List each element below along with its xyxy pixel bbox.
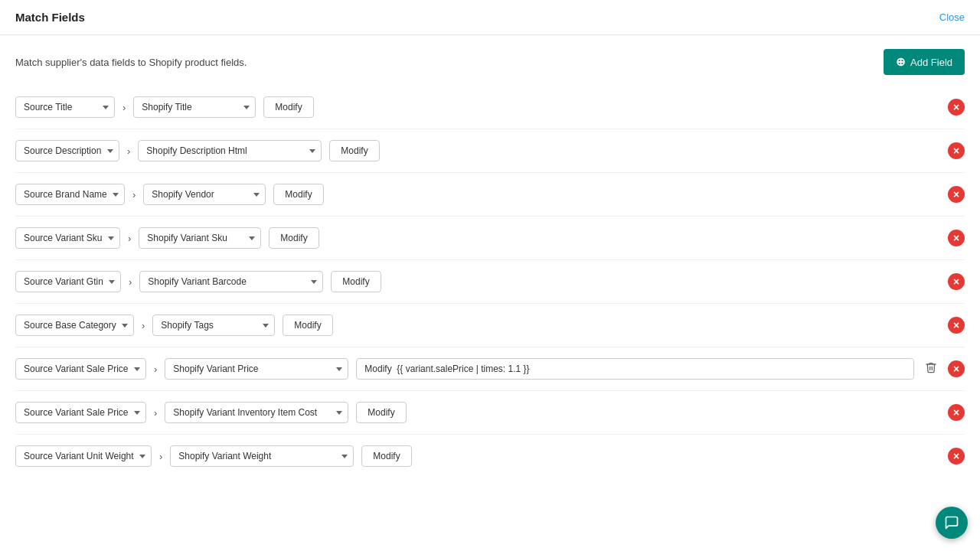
field-row: Source Variant Sale Price›Shopify Varian… bbox=[15, 347, 965, 391]
target-field-select[interactable]: Shopify Variant Sku bbox=[139, 227, 261, 249]
arrow-icon: › bbox=[122, 102, 126, 113]
field-row: Source Variant Sale Price›Shopify Varian… bbox=[15, 391, 965, 435]
modify-text-input[interactable] bbox=[356, 358, 914, 380]
remove-row-button[interactable]: × bbox=[948, 186, 965, 203]
arrow-icon: › bbox=[128, 233, 131, 244]
target-field-select[interactable]: Shopify Title bbox=[133, 96, 256, 118]
remove-row-button[interactable]: × bbox=[948, 230, 965, 246]
arrow-icon: › bbox=[154, 364, 157, 375]
target-field-select[interactable]: Shopify Variant Barcode bbox=[139, 271, 323, 292]
close-link[interactable]: Close bbox=[939, 11, 965, 23]
source-field-select[interactable]: Source Variant Sale Price bbox=[15, 402, 146, 423]
remove-row-button[interactable]: × bbox=[948, 404, 965, 421]
remove-row-button[interactable]: × bbox=[948, 360, 965, 377]
modify-button[interactable]: Modify bbox=[273, 184, 323, 205]
remove-row-button[interactable]: × bbox=[948, 273, 965, 290]
page-header: Match Fields Close bbox=[0, 0, 980, 35]
target-field-select[interactable]: Shopify Vendor bbox=[143, 184, 266, 205]
source-field-select[interactable]: Source Variant Sku bbox=[15, 227, 120, 249]
trash-button[interactable] bbox=[922, 358, 940, 380]
remove-row-button[interactable]: × bbox=[948, 448, 965, 465]
remove-row-button[interactable]: × bbox=[948, 142, 965, 159]
modify-button[interactable]: Modify bbox=[263, 96, 313, 118]
field-row: Source Variant Unit Weight›Shopify Varia… bbox=[15, 435, 965, 478]
toolbar: Match supplier's data fields to Shopify … bbox=[0, 35, 980, 86]
field-row: Source Title›Shopify TitleModify× bbox=[15, 86, 965, 129]
modify-button[interactable]: Modify bbox=[361, 445, 411, 467]
target-field-select[interactable]: Shopify Variant Weight bbox=[170, 445, 354, 467]
add-field-icon: ⊕ bbox=[896, 55, 906, 69]
remove-row-button[interactable]: × bbox=[948, 99, 965, 116]
source-field-select[interactable]: Source Variant Unit Weight bbox=[15, 445, 152, 467]
source-field-select[interactable]: Source Title bbox=[15, 96, 115, 118]
add-field-label: Add Field bbox=[910, 57, 952, 68]
source-field-select[interactable]: Source Brand Name bbox=[15, 184, 125, 205]
modify-button[interactable]: Modify bbox=[331, 271, 381, 292]
toolbar-description: Match supplier's data fields to Shopify … bbox=[15, 57, 247, 68]
source-field-select[interactable]: Source Base Category bbox=[15, 315, 134, 336]
arrow-icon: › bbox=[142, 320, 145, 331]
source-field-select[interactable]: Source Variant Gtin bbox=[15, 271, 121, 292]
field-rows-container: Source Title›Shopify TitleModify×Source … bbox=[0, 86, 980, 478]
modify-button[interactable]: Modify bbox=[329, 140, 379, 161]
arrow-icon: › bbox=[132, 189, 136, 201]
field-row: Source Variant Gtin›Shopify Variant Barc… bbox=[15, 260, 965, 304]
field-row: Source Variant Sku›Shopify Variant SkuMo… bbox=[15, 217, 965, 260]
modify-button[interactable]: Modify bbox=[269, 227, 318, 249]
source-field-select[interactable]: Source Variant Sale Price bbox=[15, 358, 146, 380]
target-field-select[interactable]: Shopify Tags bbox=[152, 315, 275, 336]
arrow-icon: › bbox=[129, 276, 132, 288]
source-field-select[interactable]: Source Description bbox=[15, 140, 119, 161]
modify-button[interactable]: Modify bbox=[283, 315, 332, 336]
field-row: Source Base Category›Shopify TagsModify× bbox=[15, 304, 965, 347]
target-field-select[interactable]: Shopify Variant Price bbox=[165, 358, 348, 380]
field-row: Source Description›Shopify Description H… bbox=[15, 129, 965, 173]
target-field-select[interactable]: Shopify Variant Inventory Item Cost bbox=[165, 402, 348, 423]
modify-button[interactable]: Modify bbox=[356, 402, 406, 423]
remove-row-button[interactable]: × bbox=[948, 317, 965, 334]
add-field-button[interactable]: ⊕ Add Field bbox=[884, 49, 965, 75]
target-field-select[interactable]: Shopify Description Html bbox=[138, 140, 322, 161]
page-title: Match Fields bbox=[15, 11, 85, 24]
field-row: Source Brand Name›Shopify VendorModify× bbox=[15, 173, 965, 217]
arrow-icon: › bbox=[154, 407, 157, 419]
arrow-icon: › bbox=[127, 145, 130, 157]
arrow-icon: › bbox=[159, 451, 162, 462]
